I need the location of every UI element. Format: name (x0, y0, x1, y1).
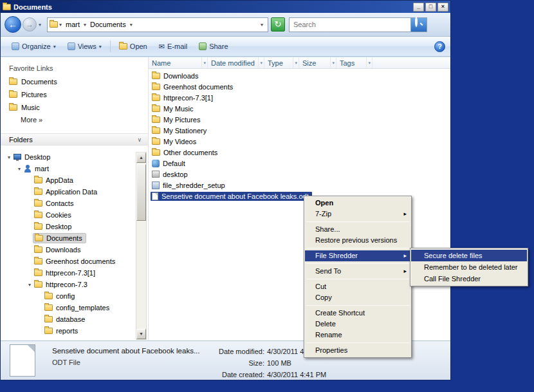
column-size[interactable]: Size▾ (299, 57, 336, 68)
menu-item-7zip[interactable]: 7-Zip▸ (305, 209, 410, 219)
tree-item-downloads[interactable]: Downloads (1, 244, 135, 256)
filter-caret-icon[interactable]: ▾ (330, 57, 336, 68)
tree-item-config[interactable]: config (1, 290, 135, 302)
file-row-other-documents[interactable]: Other documents (149, 147, 450, 158)
breadcrumb-user[interactable]: mart (63, 21, 82, 28)
favorite-documents[interactable]: Documents (1, 75, 148, 88)
menu-separator (306, 279, 409, 279)
organize-button[interactable]: Organize ▾ (6, 39, 62, 53)
menu-item-copy[interactable]: Copy (305, 292, 410, 303)
details-filetype: ODT File (52, 359, 80, 366)
file-row-my-pictures[interactable]: My Pictures (149, 114, 450, 125)
folders-header[interactable]: Folders ∨ (1, 133, 148, 145)
menu-item-rename[interactable]: Rename (305, 330, 410, 341)
submenu-item-call-file-shredder[interactable]: Call File Shredder (411, 273, 527, 285)
favorite-pictures[interactable]: Pictures (1, 88, 148, 101)
file-row-httprecon[interactable]: httprecon-7.3[1] (149, 92, 450, 103)
menu-item-restore-previous-versions[interactable]: Restore previous versions (305, 235, 410, 246)
history-caret-icon[interactable]: ▾ (39, 22, 41, 28)
folder-tree: ▾ Desktop ▾ mart AppData Application Dat… (1, 151, 135, 341)
file-row-default[interactable]: Default (149, 158, 450, 169)
breadcrumb-folder[interactable]: Documents (87, 21, 129, 28)
titlebar[interactable]: Documents _ □ × (1, 1, 450, 13)
context-menu: Open 7-Zip▸ Share... Restore previous ve… (304, 196, 412, 358)
tree-item-desktop[interactable]: ▾ Desktop (1, 151, 135, 163)
favorite-links-title: Favorite Links (1, 57, 148, 75)
favorite-music[interactable]: Music (1, 101, 148, 114)
scroll-up-icon[interactable]: ▲ (136, 153, 146, 163)
submenu-item-remember-to-be-deleted-later[interactable]: Remember to be deleted later (411, 261, 527, 273)
back-button[interactable]: ← (5, 16, 21, 33)
menu-item-send-to[interactable]: Send To▸ (305, 266, 410, 277)
tree-item-greenhost-documents[interactable]: Greenhost documents (1, 256, 135, 267)
navigation-bar: ← → ▾ ▾ mart ▾ Documents ▾ ▾ ↻ (1, 13, 450, 37)
organize-icon (12, 42, 19, 50)
tree-item-reports[interactable]: reports (1, 325, 135, 337)
submenu-item-secure-delete-files[interactable]: Secure delete files (411, 250, 527, 261)
search-input[interactable] (290, 21, 410, 28)
menu-item-share[interactable]: Share... (305, 224, 410, 235)
file-row-greenhost-documents[interactable]: Greenhost documents (149, 81, 450, 92)
column-tags[interactable]: Tags▾ (336, 57, 373, 68)
scrollbar-thumb[interactable] (136, 164, 146, 221)
expander-icon[interactable]: ▾ (16, 166, 23, 172)
email-icon: ✉ (159, 42, 165, 51)
tree-item-documents[interactable]: Documents (1, 232, 135, 244)
default-file-icon (152, 160, 160, 167)
file-row-downloads[interactable]: Downloads (149, 70, 450, 81)
menu-item-properties[interactable]: Properties (305, 345, 410, 356)
open-button[interactable]: Open (113, 39, 153, 53)
file-row-my-videos[interactable]: My Videos (149, 136, 450, 147)
tree-item-contacts[interactable]: Contacts (1, 198, 135, 209)
expander-icon[interactable]: ▾ (6, 154, 12, 160)
filter-caret-icon[interactable]: ▾ (201, 57, 207, 68)
desktop-icon (14, 154, 21, 160)
menu-item-file-shredder[interactable]: File Shredder▸ (305, 250, 410, 261)
file-row-my-stationery[interactable]: My Stationery (149, 125, 450, 136)
tree-item-appdata[interactable]: AppData (1, 174, 135, 186)
filter-caret-icon[interactable]: ▾ (293, 57, 299, 68)
column-name[interactable]: Name▾ (149, 57, 208, 68)
filter-caret-icon[interactable]: ▾ (366, 57, 372, 68)
folder-icon (44, 304, 53, 311)
chevron-down-icon[interactable]: ▾ (129, 22, 134, 28)
refresh-button[interactable]: ↻ (271, 17, 285, 32)
tree-item-database[interactable]: database (1, 313, 135, 325)
maximize-button[interactable]: □ (425, 3, 436, 12)
tree-item-desktop-folder[interactable]: Desktop (1, 221, 135, 232)
scroll-down-icon[interactable]: ▼ (136, 329, 146, 339)
pictures-folder-icon (152, 117, 160, 123)
chevron-down-icon[interactable]: ▾ (82, 22, 87, 28)
expander-icon[interactable]: ▾ (26, 282, 33, 288)
tree-item-cookies[interactable]: Cookies (1, 209, 135, 221)
file-row-my-music[interactable]: My Music (149, 103, 450, 114)
column-type[interactable]: Type▾ (264, 57, 299, 68)
menu-item-delete[interactable]: Delete (305, 319, 410, 330)
help-button[interactable]: ? (434, 41, 445, 52)
address-dropdown-icon[interactable]: ▾ (258, 22, 266, 28)
menu-item-cut[interactable]: Cut (305, 281, 410, 292)
tree-item-config-templates[interactable]: config_templates (1, 302, 135, 313)
share-button[interactable]: Share (193, 39, 234, 53)
views-button[interactable]: Views ▾ (62, 39, 107, 53)
tree-item-httprecon-73[interactable]: ▾ httprecon-7.3 (1, 279, 135, 290)
file-row-desktop[interactable]: desktop (149, 169, 450, 180)
file-row-file-shredder-setup[interactable]: file_shredder_setup (149, 180, 450, 191)
chevron-down-icon[interactable]: ▾ (58, 22, 63, 28)
email-button[interactable]: ✉ E-mail (153, 39, 193, 53)
menu-separator (306, 342, 409, 343)
tree-item-application-data[interactable]: Application Data (1, 186, 135, 198)
column-date-modified[interactable]: Date modified▾ (208, 57, 264, 68)
filter-caret-icon[interactable]: ▾ (258, 57, 264, 68)
tree-scrollbar[interactable]: ▲ ▼ (136, 152, 147, 340)
tree-item-mart[interactable]: ▾ mart (1, 163, 135, 174)
minimize-button[interactable]: _ (413, 3, 424, 12)
menu-item-open[interactable]: Open (305, 198, 410, 209)
menu-item-create-shortcut[interactable]: Create Shortcut (305, 308, 410, 319)
system-file-icon (152, 171, 160, 178)
close-button[interactable]: × (437, 3, 448, 12)
tree-item-httprecon-731[interactable]: httprecon-7.3[1] (1, 267, 135, 279)
forward-button[interactable]: → (23, 17, 37, 32)
favorites-more-link[interactable]: More » (1, 114, 148, 126)
search-button[interactable] (410, 18, 427, 32)
